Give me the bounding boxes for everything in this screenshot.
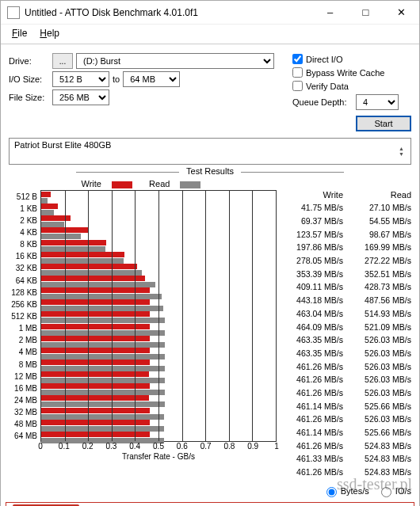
gridline <box>182 191 183 441</box>
x-tick-label: 0.8 <box>223 442 235 451</box>
data-row: 41.75 MB/s27.10 MB/s <box>280 201 414 215</box>
write-bar <box>41 432 150 437</box>
verify-data-input[interactable] <box>292 81 303 91</box>
window-controls: – □ ✕ <box>312 1 419 25</box>
io-size-from-select[interactable]: 512 B <box>52 71 109 87</box>
legend-read-swatch <box>180 181 200 188</box>
y-tick-label: 1 MB <box>6 324 37 333</box>
close-button[interactable]: ✕ <box>384 1 419 25</box>
x-tick-label: 1 <box>274 442 279 451</box>
separator <box>1 44 419 44</box>
maximize-button[interactable]: □ <box>348 1 384 25</box>
direct-io-checkbox[interactable]: Direct I/O <box>292 54 411 64</box>
io-radio[interactable]: IO/s <box>381 486 411 496</box>
write-bar <box>41 348 150 353</box>
gridline <box>135 191 136 441</box>
gridline <box>112 191 113 441</box>
footer-banner: ATTO Storage and Network Connectivity Ex… <box>6 502 414 506</box>
legend-read-label: Read <box>149 179 170 188</box>
write-bar <box>41 371 149 377</box>
app-icon <box>7 6 20 19</box>
y-tick-label: 2 MB <box>6 336 37 344</box>
y-tick-label: 4 MB <box>6 348 37 356</box>
y-tick-label: 2 KB <box>6 216 37 225</box>
y-tick-label: 64 KB <box>6 276 37 285</box>
y-tick-label: 4 KB <box>6 228 37 237</box>
settings-panel: Drive: ... (D:) Burst I/O Size: 512 B to… <box>1 46 419 135</box>
chart-area: Write Read 00.10.20.30.40.50.60.70.80.91… <box>6 179 280 478</box>
gridline <box>88 191 89 441</box>
results-title-row: Test Results <box>1 166 419 176</box>
x-tick-label: 0.5 <box>153 442 164 451</box>
device-description-box[interactable]: Patriot Burst Elite 480GB ▲▼ <box>9 138 411 165</box>
direct-io-input[interactable] <box>292 54 303 64</box>
bypass-write-cache-checkbox[interactable]: Bypass Write Cache <box>292 67 411 78</box>
data-row: 409.11 MB/s428.73 MB/s <box>280 280 414 294</box>
start-button[interactable]: Start <box>356 116 411 131</box>
file-size-label: File Size: <box>9 93 52 102</box>
bytes-radio[interactable]: Bytes/s <box>326 486 372 496</box>
minimize-button[interactable]: – <box>312 1 348 25</box>
x-tick-label: 0 <box>38 442 43 451</box>
drive-label: Drive: <box>9 56 52 66</box>
titlebar: Untitled - ATTO Disk Benchmark 4.01.0f1 … <box>1 1 419 25</box>
x-tick-label: 0.3 <box>105 442 116 451</box>
data-row: 463.04 MB/s514.93 MB/s <box>280 307 414 321</box>
x-tick-label: 0.9 <box>247 442 258 451</box>
data-row: 461.33 MB/s524.83 MB/s <box>280 452 414 466</box>
queue-depth-label: Queue Depth: <box>292 97 356 107</box>
y-tick-label: 12 MB <box>6 372 37 381</box>
y-tick-label: 24 MB <box>6 396 37 405</box>
data-row: 353.39 MB/s352.51 MB/s <box>280 267 414 280</box>
y-tick-label: 1 KB <box>6 204 37 213</box>
io-size-label: I/O Size: <box>9 74 52 84</box>
y-tick-label: 32 MB <box>6 408 37 417</box>
results-panel: Write Read 00.10.20.30.40.50.60.70.80.91… <box>6 179 414 478</box>
data-row: 461.26 MB/s526.03 MB/s <box>280 386 414 400</box>
to-label: to <box>113 74 120 84</box>
verify-data-checkbox[interactable]: Verify Data <box>292 81 411 91</box>
y-tick-label: 256 KB <box>6 300 37 309</box>
data-row: 123.57 MB/s98.67 MB/s <box>280 227 414 241</box>
io-size-to-select[interactable]: 64 MB <box>123 71 180 87</box>
gridline <box>229 191 230 441</box>
y-tick-label: 48 MB <box>6 420 37 428</box>
x-tick-label: 0.2 <box>82 442 94 451</box>
data-row: 461.14 MB/s525.66 MB/s <box>280 426 414 439</box>
drive-select[interactable]: (D:) Burst <box>76 53 274 69</box>
bypass-write-cache-input[interactable] <box>292 67 303 78</box>
data-row: 197.86 MB/s169.99 MB/s <box>280 241 414 254</box>
data-row: 464.09 MB/s521.09 MB/s <box>280 320 414 333</box>
gridline <box>252 191 253 441</box>
write-bar <box>41 360 150 365</box>
y-tick-label: 512 KB <box>6 312 37 321</box>
file-size-select[interactable]: 256 MB <box>52 89 109 105</box>
queue-depth-select[interactable]: 4 <box>356 94 399 110</box>
spinner-icon[interactable]: ▲▼ <box>399 140 406 162</box>
menu-file[interactable]: File <box>6 26 33 40</box>
device-description: Patriot Burst Elite 480GB <box>14 140 111 162</box>
write-bar <box>41 395 149 401</box>
units-row: Bytes/s IO/s <box>1 481 419 499</box>
write-bar <box>41 276 145 281</box>
data-row: 461.26 MB/s526.03 MB/s <box>280 373 414 386</box>
data-header: Write Read <box>280 190 414 200</box>
data-row: 461.26 MB/s524.83 MB/s <box>280 439 414 452</box>
data-row: 461.26 MB/s526.03 MB/s <box>280 413 414 426</box>
gridline <box>65 191 66 441</box>
data-row: 278.05 MB/s272.22 MB/s <box>280 254 414 268</box>
gridline <box>158 191 159 441</box>
write-bar <box>41 240 106 245</box>
menubar: File Help <box>1 25 419 42</box>
write-bar <box>41 324 150 329</box>
write-bar <box>41 215 71 221</box>
data-row: 463.35 MB/s526.03 MB/s <box>280 347 414 360</box>
data-row: 461.14 MB/s525.66 MB/s <box>280 399 414 413</box>
drive-browse-button[interactable]: ... <box>52 53 73 69</box>
window-title: Untitled - ATTO Disk Benchmark 4.01.0f1 <box>25 7 312 18</box>
write-bar <box>41 408 150 413</box>
y-tick-label: 16 KB <box>6 252 37 261</box>
legend-write-swatch <box>112 181 132 188</box>
menu-help[interactable]: Help <box>33 26 66 40</box>
data-row: 463.35 MB/s526.03 MB/s <box>280 333 414 347</box>
